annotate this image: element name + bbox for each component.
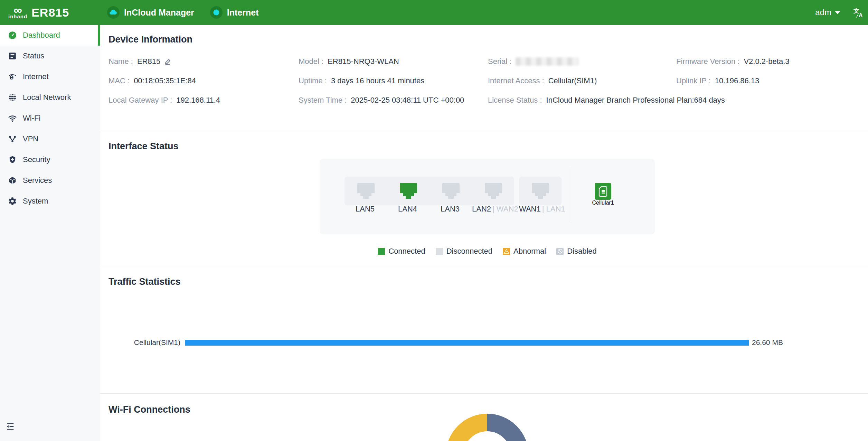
legend-item-connected: Connected	[378, 247, 425, 256]
warning-icon	[503, 248, 510, 255]
port-lan5: LAN5	[345, 159, 387, 214]
svg-text:e: e	[9, 73, 13, 81]
port-lan3: LAN3	[430, 159, 472, 214]
menu-fold-icon	[6, 422, 15, 431]
wifi-donut-chart	[432, 414, 542, 441]
device-field-gateway: Local Gateway IP : 192.168.11.4	[108, 96, 299, 105]
sidebar-item-label: System	[23, 197, 48, 206]
port-lan4: LAN4	[387, 159, 430, 214]
disconnected-swatch-icon	[436, 248, 443, 255]
sidebar-item-security[interactable]: Security	[0, 149, 100, 170]
main-content: Device Information Name : ER815 MAC : 00…	[100, 25, 868, 441]
wifi-icon	[8, 114, 17, 123]
inhand-wordmark: inhand	[8, 14, 27, 19]
status-icon	[8, 51, 17, 60]
sidebar-item-local-network[interactable]: Local Network	[0, 87, 100, 108]
ethernet-port-icon	[532, 183, 549, 199]
traffic-bar-row: Cellular(SIM1) 26.60 MB	[108, 338, 860, 347]
ethernet-port-icon	[442, 183, 460, 199]
sidebar-item-dashboard[interactable]: Dashboard	[0, 25, 100, 46]
ethernet-port-icon	[357, 183, 375, 199]
sidebar-item-label: Wi-Fi	[23, 114, 40, 123]
section-device-information: Device Information Name : ER815 MAC : 00…	[100, 25, 868, 131]
translate-icon[interactable]: 文 A	[853, 7, 865, 18]
device-field-model: Model : ER815-NRQ3-WLAN	[299, 57, 488, 66]
device-field-mac: MAC : 00:18:05:35:1E:84	[108, 76, 299, 85]
internet-dot-icon	[210, 6, 223, 19]
caret-down-icon	[835, 11, 840, 14]
sidebar-item-label: Services	[23, 176, 52, 185]
sidebar: Dashboard Status e Internet Local Networ…	[0, 25, 100, 441]
brand-logo: ∞ inhand ER815	[0, 6, 100, 19]
device-field-firmware: Firmware Version : V2.0.2-beta.3	[676, 57, 860, 66]
sidebar-item-vpn[interactable]: VPN	[0, 129, 100, 149]
donut-slice-left	[455, 423, 488, 441]
local-network-icon	[8, 93, 17, 102]
sidebar-item-wifi[interactable]: Wi-Fi	[0, 108, 100, 129]
traffic-bar-label: Cellular(SIM1)	[108, 338, 180, 347]
legend-item-abnormal: Abnormal	[503, 247, 546, 256]
user-menu[interactable]: adm	[815, 8, 840, 17]
traffic-bar	[185, 340, 749, 346]
port-wan1-lan1: WAN1| LAN1	[519, 159, 562, 214]
internet-icon: e	[8, 72, 17, 81]
internet-status-label: Internet	[227, 8, 259, 18]
device-field-name: Name : ER815	[108, 57, 299, 66]
device-info-col-4: Firmware Version : V2.0.2-beta.3 Uplink …	[676, 57, 860, 115]
sidebar-item-status[interactable]: Status	[0, 46, 100, 66]
connected-swatch-icon	[378, 248, 385, 255]
vpn-icon	[8, 134, 17, 143]
services-icon	[8, 176, 17, 185]
username: adm	[815, 8, 831, 17]
header-status-group: InCloud Manager Internet	[107, 0, 258, 25]
device-field-internet-access: Internet Access : Cellular(SIM1)	[488, 76, 676, 85]
sidebar-item-label: Internet	[23, 72, 49, 81]
device-field-uptime: Uptime : 3 days 16 hours 41 minutes	[299, 76, 488, 85]
sidebar-item-system[interactable]: System	[0, 191, 100, 212]
sim-icon	[595, 183, 611, 200]
section-title: Device Information	[108, 34, 860, 45]
device-info-grid: Name : ER815 MAC : 00:18:05:35:1E:84 Loc…	[108, 57, 860, 115]
sidebar-item-label: VPN	[23, 134, 38, 143]
pencil-icon	[164, 58, 171, 65]
dashboard-icon	[8, 31, 17, 40]
inhand-logo: ∞ inhand	[8, 6, 27, 19]
section-traffic-statistics: Traffic Statistics Cellular(SIM1) 26.60 …	[100, 267, 868, 394]
legend-item-disabled: Disabled	[556, 247, 597, 256]
sidebar-item-internet[interactable]: e Internet	[0, 66, 100, 87]
edit-name-button[interactable]	[164, 58, 171, 65]
header-right: adm 文 A	[815, 7, 868, 18]
collapse-sidebar-button[interactable]	[6, 422, 15, 433]
incloud-status[interactable]: InCloud Manager	[107, 6, 194, 19]
security-icon	[8, 155, 17, 164]
inhand-knot-icon: ∞	[13, 6, 22, 14]
legend-item-disconnected: Disconnected	[436, 247, 492, 256]
sim-card-glyph	[598, 186, 608, 197]
traffic-bar-value: 26.60 MB	[752, 338, 783, 347]
device-info-col-2: Model : ER815-NRQ3-WLAN Uptime : 3 days …	[299, 57, 488, 115]
sidebar-item-services[interactable]: Services	[0, 170, 100, 191]
section-interface-status: Interface Status LAN5 LAN4	[100, 131, 868, 267]
section-title: Interface Status	[108, 141, 860, 152]
port-divider	[571, 167, 571, 223]
system-icon	[8, 197, 17, 206]
ethernet-port-icon	[485, 183, 502, 199]
device-info-col-3: Serial : Internet Access : Cellular(SIM1…	[488, 57, 676, 115]
sidebar-item-label: Security	[23, 155, 50, 164]
donut-slice-right	[487, 423, 520, 441]
incloud-label: InCloud Manager	[124, 8, 194, 18]
port-cellular1: Cellular1	[574, 159, 632, 206]
ports-panel: LAN5 LAN4 LAN3 LAN2| WAN2	[320, 159, 655, 234]
device-field-serial: Serial :	[488, 57, 676, 66]
serial-redacted	[516, 57, 578, 66]
sidebar-item-label: Dashboard	[23, 31, 60, 40]
device-info-col-1: Name : ER815 MAC : 00:18:05:35:1E:84 Loc…	[108, 57, 299, 115]
disabled-icon	[556, 248, 564, 255]
internet-status[interactable]: Internet	[210, 6, 259, 19]
device-model-title: ER815	[31, 6, 69, 19]
device-field-system-time: System Time : 2025-02-25 03:48:11 UTC +0…	[299, 96, 488, 105]
ethernet-port-icon	[400, 183, 417, 199]
device-field-license: License Status : InCloud Manager Branch …	[488, 96, 676, 105]
port-lan2-wan2: LAN2| WAN2	[472, 159, 515, 214]
interface-legend: Connected Disconnected Abnormal Disabled	[320, 247, 655, 256]
